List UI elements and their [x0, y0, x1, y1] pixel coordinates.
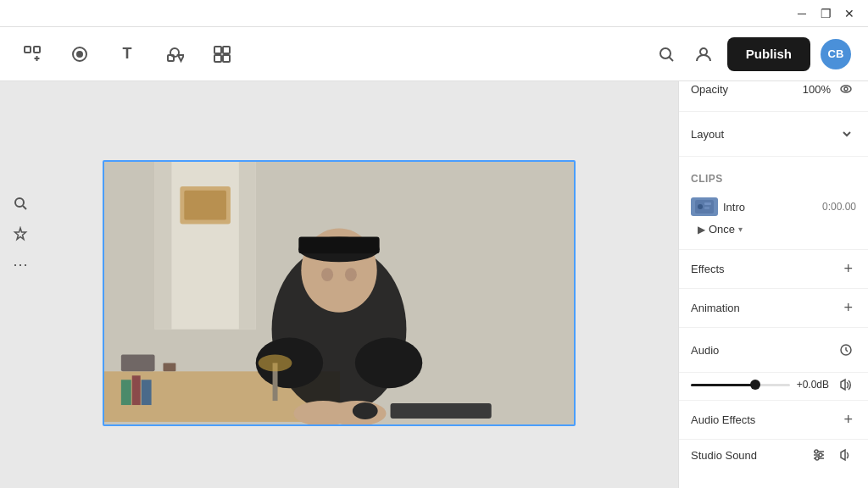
- once-chevron-icon[interactable]: ▾: [738, 225, 743, 234]
- audio-section: Audio: [679, 328, 868, 373]
- once-label: Once: [709, 223, 735, 236]
- svg-point-56: [698, 204, 703, 209]
- svg-marker-8: [178, 55, 184, 61]
- svg-point-53: [841, 86, 851, 92]
- clips-label: Clips: [691, 173, 723, 185]
- svg-rect-23: [184, 191, 226, 220]
- svg-point-65: [819, 453, 822, 457]
- publish-button-visible[interactable]: Publish: [727, 37, 810, 71]
- audio-effects-section: Audio Effects +: [679, 401, 868, 440]
- clips-header-row: Clips: [691, 165, 856, 192]
- restore-button[interactable]: ❐: [814, 2, 837, 25]
- canvas-toolbar: ⋯: [7, 190, 34, 278]
- svg-point-66: [815, 457, 819, 460]
- svg-rect-10: [223, 47, 230, 53]
- svg-rect-47: [121, 380, 131, 405]
- studio-sound-settings-icon[interactable]: [809, 446, 829, 463]
- search-icon[interactable]: [653, 41, 680, 68]
- svg-rect-20: [155, 162, 172, 330]
- once-row: ▶ Once ▾: [691, 221, 856, 241]
- opacity-label: Opacity: [691, 83, 728, 96]
- user-icon[interactable]: [690, 41, 717, 68]
- audio-slider-track[interactable]: [691, 384, 790, 386]
- text-icon[interactable]: T: [112, 39, 142, 69]
- opacity-value: 100%: [803, 83, 831, 96]
- main-toolbar: T: [0, 27, 868, 81]
- svg-line-14: [669, 57, 673, 61]
- svg-rect-38: [298, 236, 379, 253]
- studio-sound-section: Studio Sound: [679, 440, 868, 470]
- animation-section: Animation +: [679, 289, 868, 328]
- animation-label: Animation: [691, 302, 740, 314]
- toolbar-tools: T: [17, 39, 237, 69]
- audio-db-value: +0.0dB: [797, 379, 829, 391]
- close-button[interactable]: ✕: [837, 2, 861, 25]
- effects-label: Effects: [691, 263, 725, 275]
- svg-rect-45: [391, 403, 492, 419]
- svg-marker-60: [841, 380, 845, 390]
- svg-rect-48: [132, 375, 141, 405]
- layout-section: Layout: [679, 112, 868, 157]
- layout-row: Layout: [691, 120, 856, 147]
- clip-item: Intro 0:00.00: [691, 192, 856, 221]
- svg-point-16: [15, 198, 24, 207]
- clip-time: 0:00.00: [822, 201, 856, 213]
- svg-rect-9: [214, 47, 221, 53]
- audio-effects-label: Audio Effects: [691, 413, 755, 426]
- minimize-button[interactable]: ─: [790, 2, 814, 25]
- effects-add-icon[interactable]: +: [840, 258, 856, 280]
- studio-sound-label: Studio Sound: [691, 449, 757, 462]
- svg-point-13: [660, 48, 670, 58]
- clips-section: Clips Intro 0:00.00 ▶ Once ▾: [679, 157, 868, 250]
- svg-marker-67: [841, 450, 845, 460]
- svg-rect-12: [223, 55, 230, 62]
- svg-rect-0: [25, 47, 31, 53]
- video-container: [103, 160, 576, 426]
- studio-sound-icons: [809, 446, 856, 463]
- audio-effects-add-icon[interactable]: +: [840, 409, 856, 430]
- record-icon[interactable]: [64, 39, 95, 69]
- svg-rect-34: [163, 363, 175, 371]
- audio-slider-container: +0.0dB: [691, 376, 856, 393]
- canvas-area: ⋯: [0, 81, 678, 488]
- canvas-magic-button[interactable]: [7, 220, 34, 247]
- toolbar-actions: Publish CB: [653, 37, 851, 71]
- svg-point-5: [76, 51, 83, 58]
- animation-add-icon[interactable]: +: [840, 297, 856, 319]
- play-icon: ▶: [698, 224, 705, 236]
- audio-slider-fill: [691, 384, 755, 386]
- grid-icon[interactable]: [207, 39, 237, 69]
- shapes-icon[interactable]: [159, 39, 190, 69]
- studio-sound-volume-icon[interactable]: [836, 446, 856, 463]
- opacity-eye-icon[interactable]: [836, 80, 856, 97]
- canvas-more-button[interactable]: ⋯: [7, 251, 34, 278]
- audio-clock-icon[interactable]: [836, 341, 856, 358]
- clip-name: Intro: [723, 201, 817, 214]
- audio-label: Audio: [691, 344, 719, 357]
- svg-line-17: [23, 206, 26, 209]
- effects-section: Effects +: [679, 250, 868, 289]
- audio-slider-section: +0.0dB: [679, 373, 868, 401]
- titlebar: ─ ❐ ✕: [0, 0, 868, 27]
- svg-rect-33: [121, 354, 155, 371]
- layout-chevron-icon[interactable]: [837, 126, 856, 141]
- audio-slider-thumb[interactable]: [750, 380, 760, 390]
- svg-point-39: [321, 268, 333, 281]
- svg-rect-1: [34, 47, 40, 53]
- svg-point-42: [355, 338, 422, 389]
- canvas-search-button[interactable]: [7, 190, 34, 217]
- svg-rect-21: [239, 162, 256, 330]
- svg-rect-11: [214, 55, 221, 62]
- svg-rect-57: [704, 202, 711, 205]
- avatar[interactable]: CB: [821, 39, 851, 69]
- add-icon[interactable]: [17, 39, 47, 69]
- svg-point-54: [844, 87, 848, 91]
- audio-volume-icon[interactable]: [836, 376, 856, 393]
- right-panel: Intro S ⋯ Opacity 100%: [678, 27, 868, 488]
- svg-point-15: [700, 48, 707, 55]
- video-frame: [104, 162, 574, 424]
- svg-point-46: [353, 402, 378, 419]
- layout-label: Layout: [691, 128, 724, 141]
- svg-rect-58: [704, 207, 709, 209]
- svg-point-40: [345, 268, 357, 281]
